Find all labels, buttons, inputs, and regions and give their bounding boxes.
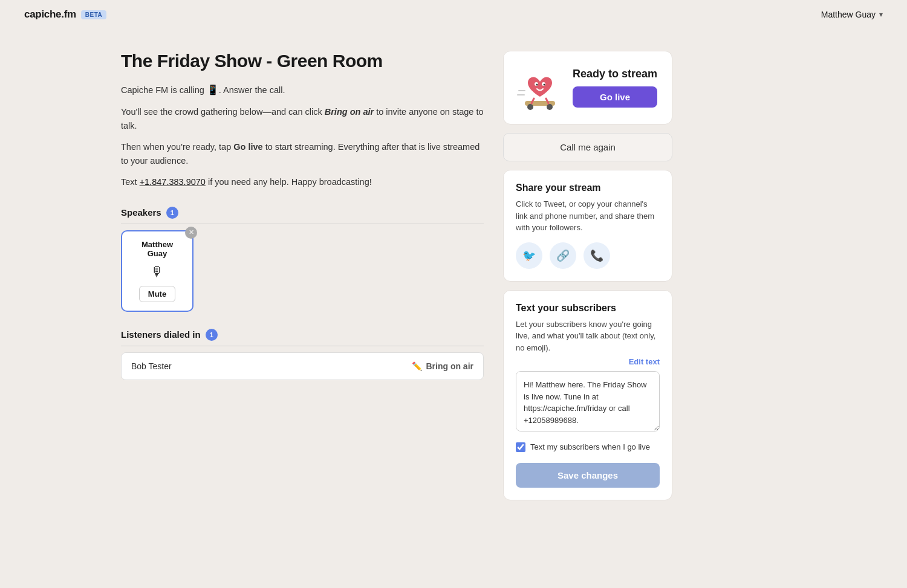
twitter-share-button[interactable]: 🐦 bbox=[516, 242, 542, 269]
user-menu[interactable]: Matthew Guay ▾ bbox=[821, 10, 883, 19]
instruction-3: Then when you're ready, tap Go live to s… bbox=[121, 140, 484, 168]
call-me-again-button[interactable]: Call me again bbox=[503, 133, 672, 161]
checkbox-row: Text my subscribers when I go live bbox=[516, 441, 660, 453]
listener-name: Bob Tester bbox=[131, 361, 172, 371]
svg-point-1 bbox=[527, 104, 533, 110]
svg-point-8 bbox=[544, 84, 545, 86]
right-panel: Ready to stream Go live Call me again Sh… bbox=[503, 51, 672, 509]
speakers-area: ✕ Matthew Guay 🎙 Mute bbox=[121, 230, 484, 312]
ready-info: Ready to stream Go live bbox=[573, 68, 657, 108]
remove-speaker-button[interactable]: ✕ bbox=[185, 227, 197, 239]
main-content: The Friday Show - Green Room Capiche FM … bbox=[0, 29, 907, 533]
text-subscribers-card: Text your subscribers Let your subscribe… bbox=[503, 290, 672, 500]
text-subscribers-title: Text your subscribers bbox=[516, 303, 660, 314]
ready-to-stream-card: Ready to stream Go live bbox=[503, 51, 672, 124]
save-changes-button[interactable]: Save changes bbox=[516, 463, 660, 488]
go-live-button[interactable]: Go live bbox=[573, 86, 657, 108]
checkbox-label: Text my subscribers when I go live bbox=[530, 441, 650, 453]
listeners-section-header: Listeners dialed in 1 bbox=[121, 329, 484, 346]
bring-on-air-button[interactable]: ✏️ Bring on air bbox=[412, 361, 473, 371]
svg-point-7 bbox=[536, 84, 538, 86]
share-icons: 🐦 🔗 📞 bbox=[516, 242, 660, 269]
svg-point-2 bbox=[547, 104, 553, 110]
instruction-4: Text +1.847.383.9070 if you need any hel… bbox=[121, 175, 484, 189]
page-title: The Friday Show - Green Room bbox=[121, 51, 484, 71]
share-description: Click to Tweet, or copy your channel's l… bbox=[516, 198, 660, 234]
sms-message-textarea[interactable]: Hi! Matthew here. The Friday Show is liv… bbox=[516, 371, 660, 431]
mascot-svg bbox=[516, 63, 564, 112]
share-title: Share your stream bbox=[516, 183, 660, 193]
listeners-title: Listeners dialed in bbox=[121, 329, 201, 340]
username: Matthew Guay bbox=[821, 10, 876, 19]
mascot bbox=[516, 63, 564, 112]
notify-checkbox[interactable] bbox=[516, 442, 525, 452]
speakers-count: 1 bbox=[166, 207, 178, 219]
speaker-card: ✕ Matthew Guay 🎙 Mute bbox=[121, 230, 193, 312]
header: capiche.fm BETA Matthew Guay ▾ bbox=[0, 0, 907, 29]
twitter-icon: 🐦 bbox=[522, 249, 536, 262]
link-icon: 🔗 bbox=[556, 249, 570, 262]
left-panel: The Friday Show - Green Room Capiche FM … bbox=[121, 51, 484, 509]
listeners-count: 1 bbox=[206, 329, 218, 341]
phone-link[interactable]: +1.847.383.9070 bbox=[140, 177, 206, 187]
chevron-down-icon: ▾ bbox=[879, 10, 883, 19]
beta-badge: BETA bbox=[81, 10, 106, 19]
mute-button[interactable]: Mute bbox=[139, 286, 175, 302]
phone-icon: 📞 bbox=[590, 249, 603, 262]
phone-share-button[interactable]: 📞 bbox=[584, 242, 610, 269]
pencil-icon: ✏️ bbox=[412, 361, 422, 371]
speakers-title: Speakers bbox=[121, 207, 161, 218]
listener-row: Bob Tester ✏️ Bring on air bbox=[121, 352, 484, 380]
instructions: Capiche FM is calling 📱. Answer the call… bbox=[121, 82, 484, 190]
edit-text-link[interactable]: Edit text bbox=[516, 357, 660, 366]
instruction-1: Capiche FM is calling 📱. Answer the call… bbox=[121, 82, 484, 98]
share-stream-card: Share your stream Click to Tweet, or cop… bbox=[503, 170, 672, 282]
link-share-button[interactable]: 🔗 bbox=[550, 242, 576, 269]
instruction-2: You'll see the crowd gathering below—and… bbox=[121, 105, 484, 133]
logo-area: capiche.fm BETA bbox=[24, 8, 106, 21]
speakers-section-header: Speakers 1 bbox=[121, 207, 484, 224]
logo: capiche.fm bbox=[24, 8, 76, 21]
text-subscribers-description: Let your subscribers know you're going l… bbox=[516, 318, 660, 354]
bring-on-air-label: Bring on air bbox=[426, 361, 473, 371]
mic-icon: 🎙 bbox=[151, 264, 164, 280]
speaker-name: Matthew Guay bbox=[133, 240, 181, 258]
ready-title: Ready to stream bbox=[573, 68, 657, 80]
